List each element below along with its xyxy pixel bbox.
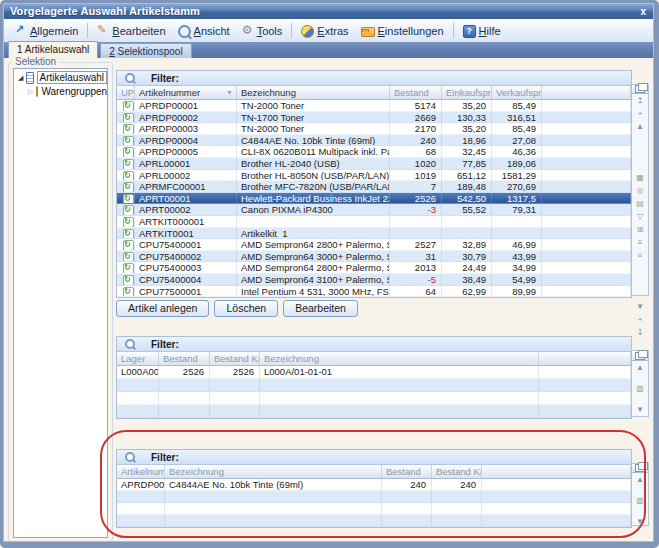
table-cell[interactable]: 189,06	[492, 158, 542, 170]
table-cell[interactable]: 316,51	[492, 112, 542, 124]
row-status-cell[interactable]	[117, 193, 135, 205]
table-cell[interactable]: Canon PIXMA iP4300	[237, 204, 390, 216]
table-cell[interactable]: 34,99	[492, 262, 542, 274]
table-cell[interactable]: 2526	[159, 366, 210, 379]
scroll-up-icon[interactable]: ▲	[636, 120, 644, 133]
table-cell[interactable]	[210, 379, 260, 392]
table-cell[interactable]	[432, 503, 482, 515]
table-cell[interactable]: 270,69	[492, 181, 542, 193]
table-cell[interactable]	[159, 379, 210, 392]
filler-cell[interactable]	[542, 146, 631, 158]
table-cell[interactable]: AMD Sempron64 3000+ Palermo, Sockel 754	[237, 251, 390, 263]
table-cell[interactable]: 46,36	[492, 146, 542, 158]
table-cell[interactable]: 79,31	[492, 204, 542, 216]
table-cell[interactable]	[492, 216, 542, 228]
table-cell[interactable]: 27,08	[492, 135, 542, 147]
table-cell[interactable]: AMD Sempron64 2800+ Palermo, Sockel 754	[237, 262, 390, 274]
table-cell[interactable]	[165, 515, 382, 527]
selection-grid-filter-row[interactable]: Filter:	[117, 450, 631, 465]
table-cell[interactable]	[237, 216, 390, 228]
row-status-cell[interactable]	[117, 251, 135, 263]
table-cell[interactable]	[390, 216, 442, 228]
table-cell[interactable]: 2013	[390, 262, 442, 274]
table-cell[interactable]	[117, 515, 165, 527]
table-cell[interactable]: 62,99	[442, 286, 492, 298]
menu-allgemein[interactable]: Allgemein	[9, 23, 84, 39]
copy-icon[interactable]: ⊞	[637, 223, 644, 236]
tree-item-warengruppen[interactable]: ▷ Warengruppen	[14, 84, 107, 97]
table-cell[interactable]: Brother MFC-7820N (USB/PAR/LAN, Scannen,…	[237, 181, 390, 193]
column-header-bestand[interactable]: Bestand	[159, 352, 210, 365]
filler-cell[interactable]	[542, 216, 631, 228]
tree-expanded-icon[interactable]: ◢	[18, 74, 23, 82]
table-cell[interactable]	[382, 515, 432, 527]
table-cell[interactable]: 542,50	[442, 193, 492, 205]
table-cell[interactable]	[159, 405, 210, 418]
filler-cell[interactable]	[542, 204, 631, 216]
table-cell[interactable]: APRT00001	[135, 193, 237, 205]
column-header-bestand[interactable]: Bestand	[382, 465, 432, 478]
list2-icon[interactable]: ≡	[638, 249, 643, 262]
table-cell[interactable]	[382, 491, 432, 503]
go-top-icon[interactable]: ↥	[637, 94, 644, 107]
table-cell[interactable]: APRMFC00001	[135, 181, 237, 193]
column-header-verkaufspreis[interactable]: Verkaufspreis	[492, 86, 542, 99]
table-cell[interactable]: 46,99	[492, 239, 542, 251]
menu-ansicht[interactable]: Ansicht	[172, 22, 236, 40]
tree-item-artikelauswahl[interactable]: ◢ Artikelauswahl	[14, 69, 107, 84]
table-cell[interactable]: 18,96	[442, 135, 492, 147]
table-cell[interactable]	[117, 503, 165, 515]
add-row-icon[interactable]: +	[638, 107, 643, 120]
table-cell[interactable]: C4844AE No. 10bk Tinte (69ml)	[165, 479, 382, 491]
row-status-cell[interactable]	[117, 100, 135, 112]
filler-cell[interactable]	[542, 158, 631, 170]
filler-cell[interactable]	[539, 379, 631, 392]
table-cell[interactable]: 2526	[210, 366, 260, 379]
menu-bearbeiten[interactable]: Bearbeiten	[91, 23, 171, 39]
table-cell[interactable]: AMD Sempron64 3100+ Palermo, Sockel 754	[237, 274, 390, 286]
filler-cell[interactable]	[482, 491, 631, 503]
table-cell[interactable]: 1581,29	[492, 170, 542, 182]
table-cell[interactable]: 38,49	[442, 274, 492, 286]
table-cell[interactable]: Artikelkit_1	[237, 228, 390, 240]
table-cell[interactable]: -5	[390, 274, 442, 286]
checked-list-icon[interactable]: ▤	[636, 197, 644, 210]
table-cell[interactable]: Intel Pentium 4 531, 3000 MHz, FSB 800 M…	[237, 286, 390, 298]
table-cell[interactable]	[390, 228, 442, 240]
list-icon[interactable]: ≡	[638, 236, 643, 249]
table-cell[interactable]: 1020	[390, 158, 442, 170]
row-status-cell[interactable]	[117, 262, 135, 274]
table-cell[interactable]: CPU75400004	[135, 274, 237, 286]
row-status-cell[interactable]	[117, 274, 135, 286]
column-header-artikelnummer[interactable]: Artikelnummer	[117, 465, 165, 478]
table-cell[interactable]: CLI-8X 0620B011 Multipack inkl. Papier	[237, 146, 390, 158]
row-status-cell[interactable]	[117, 181, 135, 193]
grid-view-icon[interactable]: ▦	[636, 171, 644, 184]
column-header-bezeichnung[interactable]: Bezeichnung	[260, 352, 539, 365]
scroll-down-icon[interactable]: ▼	[636, 300, 644, 313]
filler-cell[interactable]	[542, 112, 631, 124]
table-cell[interactable]	[260, 379, 539, 392]
filler-cell[interactable]	[542, 251, 631, 263]
row-status-cell[interactable]	[117, 170, 135, 182]
lager-grid-filter-row[interactable]: Filter:	[117, 337, 631, 352]
table-cell[interactable]	[117, 491, 165, 503]
scroll-thumb-icon[interactable]: ▥	[636, 494, 644, 507]
table-cell[interactable]: Hewlett-Packard Business InkJet 2300DTN …	[237, 193, 390, 205]
row-status-cell[interactable]	[117, 123, 135, 135]
table-cell[interactable]: 35,20	[442, 100, 492, 112]
table-cell[interactable]: TN-1700 Toner	[237, 112, 390, 124]
table-cell[interactable]: 2526	[390, 193, 442, 205]
table-cell[interactable]: TN-2000 Toner	[237, 123, 390, 135]
tab-selektionspool[interactable]: 2 Selektionspool	[100, 43, 191, 58]
table-cell[interactable]	[382, 503, 432, 515]
filler-cell[interactable]	[482, 515, 631, 527]
table-cell[interactable]	[165, 503, 382, 515]
table-cell[interactable]: 30,79	[442, 251, 492, 263]
artikel-anlegen-button[interactable]: Artikel anlegen	[116, 300, 209, 317]
menu-extras[interactable]: Extras	[295, 22, 354, 40]
bearbeiten-button[interactable]: Bearbeiten	[283, 300, 358, 317]
tree-collapsed-icon[interactable]: ▷	[28, 88, 33, 96]
table-cell[interactable]: Brother HL-2040 (USB)	[237, 158, 390, 170]
table-cell[interactable]	[159, 392, 210, 405]
